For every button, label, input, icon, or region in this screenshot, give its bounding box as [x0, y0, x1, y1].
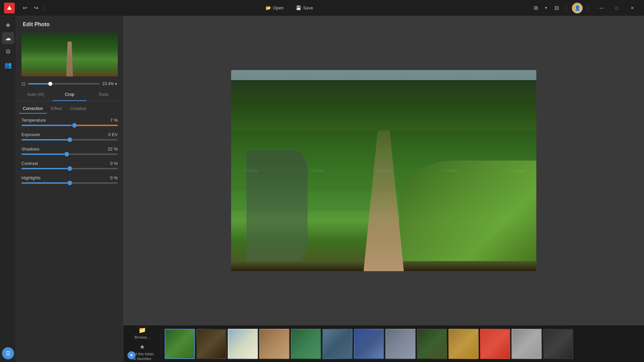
tab-auto-ai[interactable]: Auto (AI): [19, 88, 53, 101]
temperature-slider-row: Temperature 7 %: [21, 118, 118, 126]
browse-button[interactable]: 📁 Browse...: [132, 325, 153, 341]
sub-tab-creative[interactable]: Creative: [66, 104, 90, 114]
thumbnail-item[interactable]: [480, 329, 510, 359]
zoom-controls: ⊡ 23.4% ▼: [16, 79, 123, 88]
equalizer-icon-button[interactable]: ☰: [2, 347, 14, 359]
tab-crop[interactable]: Crop: [53, 88, 87, 101]
compare-icon: ⧉: [534, 5, 538, 11]
rice-terraces-right: [399, 161, 537, 261]
app-logo: [4, 3, 15, 13]
thumbnail-item[interactable]: [512, 329, 542, 359]
titlebar-separator-3: [588, 4, 588, 12]
svg-marker-0: [7, 6, 12, 10]
shadows-label: Shadows: [21, 146, 39, 152]
collapse-filmstrip-button[interactable]: ▼: [127, 351, 136, 359]
water-channel: [247, 150, 308, 261]
sub-tab-correction[interactable]: Correction: [19, 104, 47, 114]
user-avatar[interactable]: 👤: [572, 3, 583, 13]
thumbnail-item[interactable]: [228, 329, 258, 359]
thumbnail-item[interactable]: [196, 329, 226, 359]
main-layout: ◈ ☁ ⚙ 👥 ☰ Edit Photo ⊡ 23.4% ▼: [0, 16, 644, 362]
contrast-slider[interactable]: [21, 168, 118, 169]
titlebar-separator-1: [44, 4, 44, 12]
highlights-slider[interactable]: [21, 182, 118, 184]
temperature-slider[interactable]: [21, 125, 118, 126]
redo-icon: ↪: [34, 5, 38, 11]
redo-button[interactable]: ↪: [31, 3, 41, 13]
exposure-value: 0 EV: [108, 132, 118, 137]
titlebar-right: ⧉ ▼ ⊟ 👤 — □ ✕: [532, 3, 640, 13]
browse-label: Browse...: [135, 335, 150, 339]
people-icon-button[interactable]: 👥: [2, 59, 14, 71]
hide-button[interactable]: ⊟: [552, 3, 561, 13]
temperature-label-row: Temperature 7 %: [21, 118, 118, 123]
chevron-down-icon: ▼: [544, 6, 548, 10]
exposure-label: Exposure: [21, 132, 40, 137]
contrast-value: 0 %: [110, 161, 118, 166]
layers-icon-button[interactable]: ◈: [2, 19, 14, 31]
titlebar: ↩ ↪ 📂 Open 💾 Save ⧉ ▼ ⊟ 👤 — □: [0, 0, 644, 16]
left-panel: Edit Photo ⊡ 23.4% ▼ Auto (AI) Crop Tool…: [16, 16, 123, 362]
shadows-slider[interactable]: [21, 154, 118, 155]
titlebar-actions: ↩ ↪: [20, 3, 41, 13]
main-tab-bar: Auto (AI) Crop Tools: [19, 88, 120, 101]
exposure-thumb: [67, 137, 72, 142]
temperature-label: Temperature: [21, 118, 46, 123]
icon-bar: ◈ ☁ ⚙ 👥 ☰: [0, 16, 16, 362]
minimize-button[interactable]: —: [594, 3, 609, 13]
contrast-fill: [21, 168, 70, 169]
zoom-slider[interactable]: [28, 83, 100, 84]
temperature-thumb: [72, 123, 77, 128]
titlebar-center: 📂 Open 💾 Save: [47, 3, 532, 12]
temperature-fill-warm: [74, 125, 118, 126]
thumbnail-item[interactable]: [165, 329, 195, 359]
zoom-dropdown-icon[interactable]: ▼: [114, 82, 118, 86]
chevron-down-icon: ▼: [129, 353, 133, 358]
hide-icon: ⊟: [554, 5, 559, 11]
shadows-value: 22 %: [108, 146, 118, 152]
browse-folder-icon: 📁: [139, 326, 146, 334]
shadows-thumb: [64, 152, 69, 157]
highlights-thumb: [67, 181, 72, 185]
contrast-label: Contrast: [21, 161, 38, 166]
compare-dropdown-button[interactable]: ▼: [542, 4, 550, 12]
open-button[interactable]: 📂 Open: [261, 3, 288, 12]
undo-button[interactable]: ↩: [20, 3, 30, 13]
main-content-area: © inPixio© inPixio© inPixio© inPixio© in…: [123, 16, 644, 325]
contrast-thumb: [67, 166, 72, 171]
exposure-slider[interactable]: [21, 139, 118, 140]
zoom-value: 23.4% ▼: [102, 81, 118, 86]
cloud-icon-button[interactable]: ☁: [2, 32, 14, 44]
close-button[interactable]: ✕: [625, 3, 640, 13]
exposure-label-row: Exposure 0 EV: [21, 132, 118, 137]
exposure-fill: [21, 139, 70, 140]
sliders-area: Temperature 7 % Exposure 0 EV: [16, 114, 123, 362]
temperature-fill-blue: [21, 125, 71, 126]
zoom-value-text: 23.4%: [102, 81, 114, 86]
save-label: Save: [303, 5, 313, 10]
shadows-fill: [21, 154, 67, 155]
save-button[interactable]: 💾 Save: [291, 3, 318, 12]
thumbnail-item[interactable]: [385, 329, 416, 359]
undo-icon: ↩: [23, 5, 27, 11]
contrast-label-row: Contrast 0 %: [21, 161, 118, 166]
thumbnail-item[interactable]: [417, 329, 447, 359]
compare-button[interactable]: ⧉: [532, 3, 540, 13]
preview-image: [21, 33, 118, 76]
thumbnail-item[interactable]: [322, 329, 353, 359]
sub-tab-effect[interactable]: Effect: [47, 104, 66, 114]
tune-icon-button[interactable]: ⚙: [2, 46, 14, 58]
preview-forest-bg: [21, 33, 118, 76]
maximize-button[interactable]: □: [609, 3, 625, 13]
thumbnail-item[interactable]: [291, 329, 321, 359]
thumbnail-item[interactable]: [448, 329, 479, 359]
thumbnail-item[interactable]: [543, 329, 573, 359]
highlights-value: 0 %: [110, 175, 118, 180]
highlights-fill: [21, 182, 70, 184]
thumbnail-item[interactable]: [354, 329, 384, 359]
thumbnail-item[interactable]: [259, 329, 289, 359]
content-wrapper: © inPixio© inPixio© inPixio© inPixio© in…: [123, 16, 644, 362]
highlights-slider-row: Highlights 0 %: [21, 175, 118, 184]
tab-tools[interactable]: Tools: [87, 88, 120, 101]
preview-path: [66, 42, 73, 76]
